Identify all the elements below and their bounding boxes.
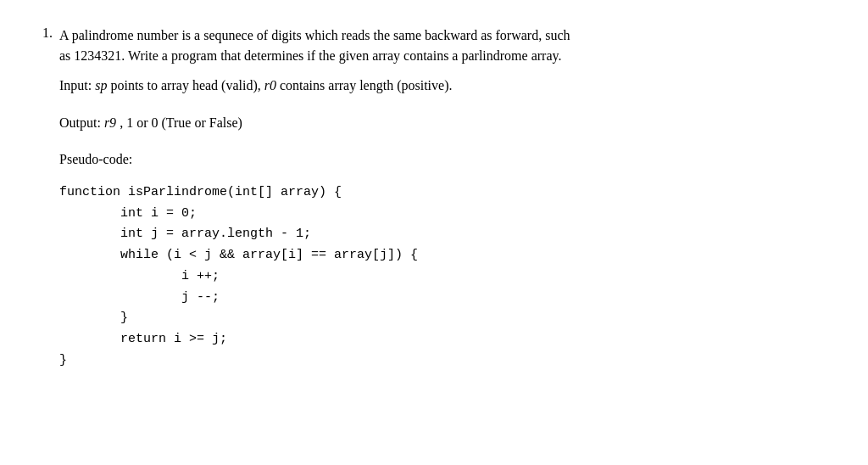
- problem-text-line2: as 1234321. Write a program that determi…: [59, 46, 570, 66]
- problem-description: A palindrome number is a sequnece of dig…: [59, 25, 570, 372]
- input-var2: r0: [264, 78, 276, 92]
- code-line-8: }: [59, 350, 570, 372]
- output-var: r9: [104, 115, 116, 130]
- input-section: Input: sp points to array head (valid), …: [59, 75, 570, 97]
- code-line-4: i ++;: [59, 266, 570, 288]
- problem-section: 1. A palindrome number is a sequnece of …: [42, 25, 805, 372]
- code-line-0: function isParlindrome(int[] array) {: [59, 182, 570, 204]
- pseudocode-label: Pseudo-code:: [59, 148, 570, 171]
- output-label: Output:: [59, 115, 101, 130]
- code-line-3: while (i < j && array[i] == array[j]) {: [59, 245, 570, 266]
- content-wrapper: 1. A palindrome number is a sequnece of …: [42, 25, 805, 372]
- code-line-5: j --;: [59, 288, 570, 309]
- input-label: Input:: [59, 78, 92, 92]
- input-var1: sp: [95, 78, 107, 92]
- code-block: function isParlindrome(int[] array) { in…: [59, 182, 570, 372]
- input-text2: contains array length (positive).: [280, 78, 453, 92]
- problem-text-line1: A palindrome number is a sequnece of dig…: [59, 25, 570, 46]
- output-text: , 1 or 0 (True or False): [120, 115, 242, 130]
- problem-number: 1.: [42, 25, 53, 372]
- code-line-1: int i = 0;: [59, 204, 570, 225]
- code-line-7: return i >= j;: [59, 329, 570, 350]
- code-line-6: }: [59, 308, 570, 329]
- input-text1: points to array head (valid),: [110, 78, 264, 92]
- code-line-2: int j = array.length - 1;: [59, 224, 570, 245]
- output-section: Output: r9 , 1 or 0 (True or False): [59, 112, 570, 134]
